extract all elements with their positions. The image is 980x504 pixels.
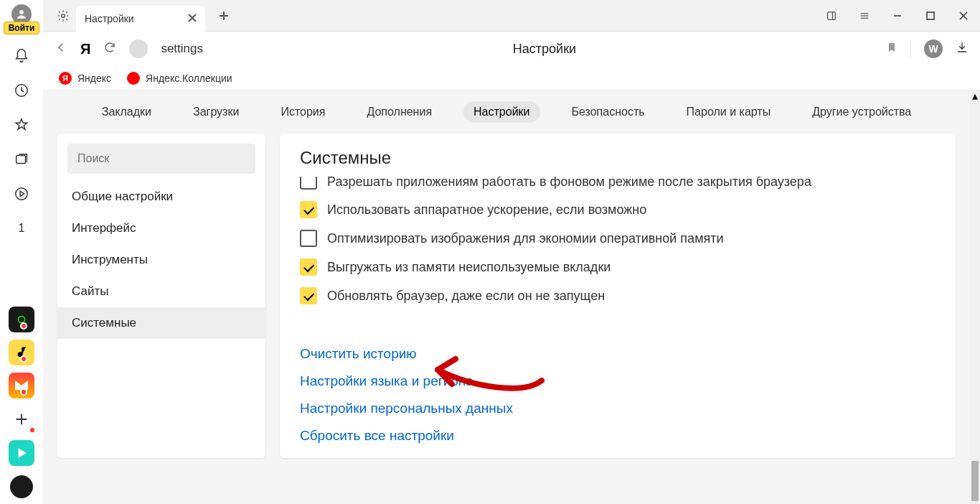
checkbox[interactable] — [300, 287, 317, 304]
bell-icon[interactable] — [0, 39, 43, 73]
option-label: Оптимизировать изображения для экономии … — [327, 231, 724, 246]
content-area: ЗакладкиЗагрузкиИсторияДополненияНастрой… — [43, 90, 970, 504]
topnav-item[interactable]: Другие устройства — [802, 101, 921, 123]
badge-one[interactable]: 1 — [0, 211, 43, 246]
topnav-item[interactable]: Загрузки — [183, 101, 249, 123]
bookmark-label: Яндекс.Коллекции — [146, 73, 232, 84]
sidepanel-icon[interactable] — [815, 0, 848, 32]
reload-button[interactable] — [103, 41, 116, 57]
scroll-thumb[interactable] — [971, 461, 979, 501]
section-title: Системные — [300, 148, 936, 168]
settings-link[interactable]: Очистить историю — [300, 346, 936, 362]
maximize-button[interactable] — [914, 0, 947, 32]
leftpanel-item[interactable]: Инструменты — [57, 244, 265, 276]
checkbox[interactable] — [300, 177, 317, 190]
bookmark-label: Яндекс — [77, 73, 111, 84]
profile-block[interactable]: Войти — [7, 4, 36, 39]
svg-point-3 — [16, 188, 28, 200]
checkbox[interactable] — [300, 201, 317, 218]
extension-w-badge[interactable]: W — [924, 39, 943, 58]
settings-link[interactable]: Сбросить все настройки — [300, 428, 936, 444]
option-row: Обновлять браузер, даже если он не запущ… — [300, 281, 936, 310]
scrollbar[interactable]: ▴ — [970, 90, 980, 504]
close-icon[interactable] — [188, 12, 197, 25]
topnav-item[interactable]: Настройки — [463, 101, 540, 123]
svg-point-0 — [19, 10, 24, 14]
divider — [910, 41, 911, 57]
tab-title: Настройки — [85, 13, 181, 24]
bookmark-icon[interactable] — [886, 42, 897, 56]
collections-icon[interactable] — [0, 142, 43, 177]
option-row: Использовать аппаратное ускорение, если … — [300, 195, 936, 224]
yandex-logo[interactable]: Я — [80, 41, 90, 57]
leftpanel-item[interactable]: Интерфейс — [57, 213, 265, 244]
login-badge[interactable]: Войти — [4, 22, 40, 34]
option-label: Разрешать приложениям работать в фоновом… — [327, 177, 811, 190]
browser-chrome: Настройки Я settings Настройки W Я Яндек… — [43, 0, 980, 90]
add-app-icon[interactable] — [0, 402, 43, 437]
search-input[interactable] — [67, 144, 255, 174]
settings-link[interactable]: Настройки языка и региона — [300, 373, 936, 389]
bookmark-collections[interactable]: Яндекс.Коллекции — [123, 69, 237, 88]
topnav-item[interactable]: Пароли и карты — [677, 101, 781, 123]
collections-favicon — [127, 72, 140, 85]
option-label: Выгружать из памяти неиспользуемые вклад… — [327, 260, 611, 275]
settings-link[interactable]: Настройки персональных данных — [300, 401, 936, 416]
option-label: Обновлять браузер, даже если он не запущ… — [327, 289, 605, 304]
bookmark-yandex[interactable]: Я Яндекс — [55, 69, 116, 88]
download-icon[interactable] — [956, 41, 969, 57]
leftpanel-item[interactable]: Системные — [57, 307, 265, 339]
svg-rect-7 — [927, 12, 934, 19]
star-icon[interactable] — [0, 108, 43, 142]
svg-point-5 — [62, 14, 65, 17]
app-mail-icon[interactable] — [9, 373, 34, 398]
app-alice-icon[interactable] — [0, 470, 43, 504]
close-window-button[interactable] — [947, 0, 980, 32]
history-icon[interactable] — [0, 73, 43, 108]
yandex-favicon: Я — [59, 72, 72, 85]
option-row: Разрешать приложениям работать в фоновом… — [300, 177, 936, 195]
scroll-up-icon[interactable]: ▴ — [970, 90, 980, 101]
new-tab-button[interactable] — [212, 4, 235, 27]
topnav-item[interactable]: История — [270, 101, 335, 123]
site-security-icon[interactable] — [129, 39, 148, 58]
tab-settings[interactable]: Настройки — [76, 6, 205, 32]
leftpanel-item[interactable]: Сайты — [57, 276, 265, 307]
page-title: Настройки — [216, 42, 873, 57]
settings-topnav: ЗакладкиЗагрузкиИсторияДополненияНастрой… — [43, 90, 970, 134]
checkbox[interactable] — [300, 258, 317, 276]
leftpanel-item[interactable]: Общие настройки — [57, 181, 265, 213]
play-circle-icon[interactable] — [0, 177, 43, 211]
app-camera-icon[interactable] — [9, 307, 34, 332]
left-sidebar: Войти 1 — [0, 0, 43, 504]
gear-icon[interactable] — [50, 9, 76, 22]
address-bar: Я settings Настройки W — [43, 32, 980, 66]
option-row: Оптимизировать изображения для экономии … — [300, 224, 936, 253]
checkbox[interactable] — [300, 230, 317, 247]
svg-rect-6 — [828, 12, 836, 20]
menu-icon[interactable] — [848, 0, 881, 32]
topnav-item[interactable]: Закладки — [92, 101, 161, 123]
back-button[interactable] — [55, 41, 67, 57]
topnav-item[interactable]: Дополнения — [357, 101, 442, 123]
url-text[interactable]: settings — [161, 42, 203, 56]
minimize-button[interactable] — [881, 0, 914, 32]
tabstrip: Настройки — [43, 0, 980, 32]
bookmarks-bar: Я Яндекс Яндекс.Коллекции — [43, 66, 980, 90]
option-row: Выгружать из памяти неиспользуемые вклад… — [300, 253, 936, 281]
settings-leftpanel: Общие настройкиИнтерфейсИнструментыСайты… — [57, 134, 265, 458]
settings-mainpanel: Системные Разрешать приложениям работать… — [280, 134, 956, 458]
topnav-item[interactable]: Безопасность — [562, 101, 655, 123]
app-music-icon[interactable] — [9, 340, 34, 365]
svg-rect-2 — [17, 156, 26, 164]
option-label: Использовать аппаратное ускорение, если … — [327, 202, 646, 218]
app-teal-icon[interactable] — [9, 440, 34, 466]
